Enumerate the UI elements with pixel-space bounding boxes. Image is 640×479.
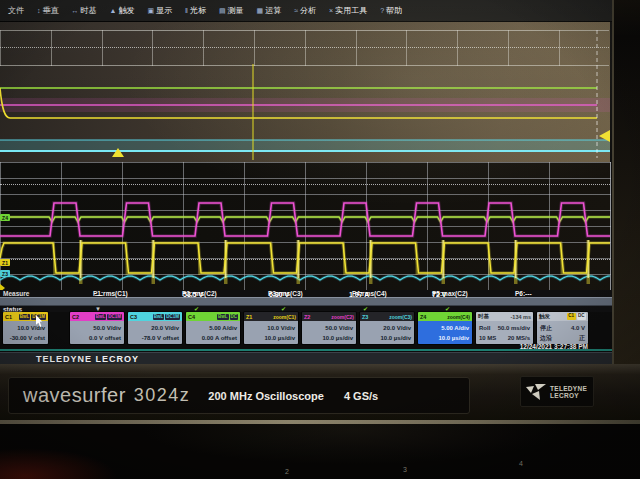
trace-indicator-z1[interactable]: Z1 <box>0 259 10 266</box>
timebase-box[interactable]: 时基-134 ms Roll50.0 ms/div 10 MS20 MS/s <box>476 312 533 344</box>
amps-per-div: 5.00 A/div <box>186 323 237 333</box>
model-plate: wavesurfer 3024z 200 MHz Oscilloscope 4 … <box>8 377 470 414</box>
menu-item-cursors[interactable]: ‖光标 <box>185 5 206 16</box>
time-per-div: 10.0 µs/div <box>418 333 469 343</box>
overview-traces <box>0 22 610 162</box>
trigger-type: 边沿 <box>540 333 552 343</box>
menu-item-help[interactable]: ?帮助 <box>380 5 402 16</box>
screen: 文件 ↕垂直 ↔时基 ▲触发 ▣显示 ‖光标 ▤测量 ▦运算 ≈分析 ×实用工具… <box>0 0 614 364</box>
channel-box-c2[interactable]: C2 BwLDC1M 50.0 V/div0.0 V offset <box>70 312 124 344</box>
coupling-badge: DC1M <box>165 314 180 320</box>
menu-item-vertical[interactable]: ↕垂直 <box>37 5 59 16</box>
menu-label: 光标 <box>190 5 206 16</box>
zoom-id: Z3 <box>362 314 368 320</box>
zoom-source: zoom(C4) <box>447 314 470 320</box>
teledyne-leaf-icon <box>525 383 547 401</box>
measure-table: Measure value status P1:rms(C1) P2:rms(C… <box>0 290 612 312</box>
trigger-delay: -134 ms <box>511 314 532 320</box>
menu-item-timebase[interactable]: ↔时基 <box>72 5 97 16</box>
trigger-title: 触发 <box>539 313 550 320</box>
math-icon: ▦ <box>257 7 264 15</box>
measure-p1-value: — <box>95 291 102 298</box>
cursors-icon: ‖ <box>185 7 188 14</box>
coupling-badge: DC1M <box>107 314 122 320</box>
menu-bar: 文件 ↕垂直 ↔时基 ▲触发 ▣显示 ‖光标 ▤测量 ▦运算 ≈分析 ×实用工具… <box>0 0 612 22</box>
channel-box-c3[interactable]: C3 BwLDC1M 20.0 V/div-78.0 V offset <box>128 312 182 344</box>
offset: -78.0 V offset <box>128 333 179 343</box>
coupling-badge: DC <box>230 314 239 320</box>
zoom-box-z2[interactable]: Z2zoom(C2) 50.0 V/div10.0 µs/div <box>302 312 356 344</box>
measure-p4-value: 1.07 A <box>349 291 369 298</box>
logo-line1: TELEDYNE <box>550 385 587 392</box>
channel-3-button[interactable]: 3 <box>403 466 407 473</box>
zoom-source: zoom(C2) <box>331 314 354 320</box>
timebase-mode: Roll <box>479 323 490 333</box>
offset: -30.00 V ofst <box>3 333 45 343</box>
descriptor-row: C1 BwLDC1M 10.0 V/div-30.00 V ofst C2 Bw… <box>3 312 588 344</box>
measure-p5-value: 72 V <box>432 291 446 298</box>
model-number: 3024z <box>134 385 191 406</box>
analysis-icon: ≈ <box>294 7 298 14</box>
channel-4-button[interactable]: 4 <box>519 460 523 467</box>
trigger-box[interactable]: 触发 C1DC 停止4.0 V 边沿正 <box>537 312 588 344</box>
teledyne-lecroy-logo: TELEDYNELECROY <box>520 376 594 407</box>
sample-count: 10 MS <box>479 333 496 343</box>
channel-id: C4 <box>188 314 195 320</box>
timebase-title: 时基 <box>478 313 489 320</box>
channel-id: C1 <box>5 314 12 320</box>
trigger-slope: 正 <box>579 333 585 343</box>
panel-glow <box>0 424 640 479</box>
trigger-icon: ▲ <box>110 7 117 14</box>
menu-label: 显示 <box>156 5 172 16</box>
value-bar <box>0 297 612 306</box>
menu-label: 文件 <box>8 5 24 16</box>
menu-label: 垂直 <box>43 5 59 16</box>
sample-rate: 20 MS/s <box>508 333 530 343</box>
amps-per-div: 5.00 A/div <box>418 323 469 333</box>
measure-p6-label[interactable]: P6:--- <box>515 290 532 297</box>
menu-item-utilities[interactable]: ×实用工具 <box>329 5 367 16</box>
oscilloscope: 文件 ↕垂直 ↔时基 ▲触发 ▣显示 ‖光标 ▤测量 ▦运算 ≈分析 ×实用工具… <box>0 0 640 479</box>
menu-label: 实用工具 <box>335 5 367 16</box>
offset: 0.00 A offset <box>186 333 237 343</box>
zoom-id: Z2 <box>304 314 310 320</box>
channel-2-button[interactable]: 2 <box>285 468 289 475</box>
trace-indicator-z4[interactable]: Z4 <box>0 214 10 221</box>
logo-line2: LECROY <box>550 392 579 399</box>
menu-item-display[interactable]: ▣显示 <box>147 5 172 16</box>
volts-per-div: 20.0 V/div <box>360 323 411 333</box>
zoom-box-z3[interactable]: Z3zoom(C3) 20.0 V/div10.0 µs/div <box>360 312 414 344</box>
channel-box-c1[interactable]: C1 BwLDC1M 10.0 V/div-30.00 V ofst <box>3 312 48 344</box>
trigger-source-badge: C1 <box>567 313 576 320</box>
volts-per-div: 50.0 V/div <box>302 323 353 333</box>
menu-item-file[interactable]: 文件 <box>6 5 24 16</box>
samplerate-spec: 4 GS/s <box>344 390 378 402</box>
menu-label: 分析 <box>300 5 316 16</box>
timestamp: 12/24/2021 3:27:38 PM <box>430 343 588 351</box>
help-icon: ? <box>380 7 384 14</box>
zoom-box-z4-selected[interactable]: Z4zoom(C4) 5.00 A/div10.0 µs/div <box>418 312 472 344</box>
measure-icon: ▤ <box>219 7 226 15</box>
trigger-coupling-badge: DC <box>577 313 587 320</box>
menu-item-measure[interactable]: ▤测量 <box>219 5 244 16</box>
bandwidth-badge: BwL <box>217 314 229 320</box>
menu-item-trigger[interactable]: ▲触发 <box>110 5 135 16</box>
overview-waveform-area[interactable] <box>0 22 610 162</box>
menu-item-analysis[interactable]: ≈分析 <box>294 5 316 16</box>
bandwidth-badge: BwL <box>19 314 31 320</box>
measure-p2-value: 53.5 V <box>183 291 203 298</box>
channel-box-c4[interactable]: C4 BwLDC 5.00 A/div0.00 A offset <box>186 312 240 344</box>
zoom-waveform-area[interactable]: Z4 Z1 Z3 <box>0 162 611 290</box>
trace-indicator-z3[interactable]: Z3 <box>0 270 10 277</box>
front-bezel: wavesurfer 3024z 200 MHz Oscilloscope 4 … <box>0 364 640 422</box>
zoom-box-z1[interactable]: Z1zoom(C1) 10.0 V/div10.0 µs/div <box>244 312 298 344</box>
menu-item-math[interactable]: ▦运算 <box>257 5 282 16</box>
timebase-icon: ↔ <box>72 7 79 14</box>
brand-name: wavesurfer <box>23 384 126 407</box>
menu-label: 运算 <box>265 5 281 16</box>
bezel-right-edge <box>614 0 640 364</box>
menu-label: 帮助 <box>386 5 402 16</box>
trigger-state: 停止 <box>540 323 552 333</box>
measure-p3-value: 6.80 V <box>269 291 289 298</box>
volts-per-div: 10.0 V/div <box>3 323 45 333</box>
